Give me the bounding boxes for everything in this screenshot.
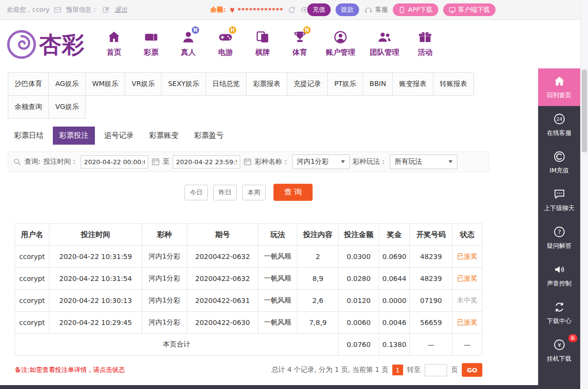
tab-3[interactable]: WM娱乐 [85, 72, 125, 96]
table-cell: 2020-04-22 10:31:59 [49, 246, 142, 268]
refresh-icon[interactable] [288, 6, 296, 14]
chat-icon [553, 188, 566, 201]
logo[interactable]: 杏彩 [6, 29, 84, 60]
column-header: 投注金额 [339, 224, 379, 246]
tab-6[interactable]: 日结总览 [205, 72, 247, 96]
tab-12[interactable]: 转账报表 [433, 72, 474, 96]
lottery-name-select[interactable]: 河内1分彩 [292, 154, 350, 169]
chevron-down-icon [341, 160, 345, 163]
subtab-3[interactable]: 追号记录 [98, 127, 140, 145]
play-type-select[interactable]: 所有玩法 [390, 154, 457, 169]
nav-item-boards[interactable]: 棋牌 [251, 30, 274, 57]
table-cell: 2020-04-22 10:29:45 [49, 312, 142, 334]
quick-filter-row: 今日昨日本周查 询 [8, 184, 489, 201]
subtab-4[interactable]: 彩票账变 [143, 127, 185, 145]
nav-badge: N [303, 26, 311, 34]
current-page-button[interactable]: 1 [392, 365, 403, 375]
tab-2[interactable]: AG娱乐 [48, 72, 86, 96]
subtab-2[interactable]: 彩票投注 [53, 127, 95, 145]
sidebar-item-question[interactable]: ?疑问解答 [538, 219, 580, 257]
site-header: 杏彩 首页彩票N真人H电游棋牌N体育账户管理团队管理活动 [0, 20, 580, 72]
start-time-input[interactable] [81, 155, 148, 169]
main-content: 沙巴体育AG娱乐WM娱乐VR娱乐SEXY娱乐日结总览彩票报表充提记录PT娱乐BB… [8, 72, 489, 377]
nav-item-gift[interactable]: 活动 [414, 30, 436, 57]
nav-item-ticket[interactable]: 彩票 [140, 30, 162, 57]
tab-8[interactable]: 充提记录 [287, 72, 328, 96]
tab-4[interactable]: VR娱乐 [125, 72, 161, 96]
main-nav: 首页彩票N真人H电游棋牌N体育账户管理团队管理活动 [103, 30, 436, 57]
tab-14[interactable]: VG娱乐 [48, 95, 86, 119]
query-label: 查询: [24, 157, 41, 166]
sidebar-item-chat[interactable]: 上下级聊天 [538, 181, 580, 219]
sidebar-item-speaker[interactable]: 声音控制 [538, 257, 580, 294]
nav-item-account[interactable]: 账户管理 [326, 30, 355, 57]
logout-link[interactable]: 退出 [114, 5, 127, 14]
column-header: 投注内容 [297, 224, 339, 246]
client-download-button[interactable]: 客户端下载 [443, 3, 496, 16]
quick-btn-3[interactable]: 本周 [242, 185, 266, 200]
floating-sidebar: 回到首页24在线客服IM充值上下级聊天?疑问解答声音控制下载中心¥新挂机下载 [538, 68, 580, 385]
nav-label: 首页 [107, 48, 121, 57]
status-cell[interactable]: 已派奖 [452, 246, 482, 268]
bottom-bar [0, 385, 580, 389]
tab-7[interactable]: 彩票报表 [246, 72, 287, 96]
tab-13[interactable]: 余额查询 [8, 95, 49, 119]
status-cell[interactable]: 已派奖 [452, 268, 482, 290]
sidebar-item-yen[interactable]: ¥新挂机下载 [538, 332, 580, 369]
sidebar-item-home-solid[interactable]: 回到首页 [538, 68, 580, 106]
table-row: ccorypt2020-04-22 10:29:45河内1分彩20200422-… [15, 312, 482, 334]
to-label: 至 [163, 157, 170, 166]
sidebar-item-loop[interactable]: 下载中心 [538, 294, 580, 332]
tab-11[interactable]: 账变报表 [392, 72, 433, 96]
nav-item-person[interactable]: N真人 [177, 30, 200, 57]
quick-btn-2[interactable]: 昨日 [213, 185, 237, 200]
nav-item-trophy[interactable]: N体育 [289, 30, 311, 57]
question-icon: ? [553, 225, 566, 238]
recharge-button[interactable]: 充值 [307, 3, 331, 16]
app-download-label: APP下载 [408, 5, 433, 14]
search-button[interactable]: 查 询 [273, 184, 313, 201]
nav-label: 真人 [181, 48, 196, 57]
table-cell: 0.0644 [379, 268, 410, 290]
tab-5[interactable]: SEXY娱乐 [161, 72, 206, 96]
go-button[interactable]: GO [462, 363, 482, 377]
tab-1[interactable]: 沙巴体育 [8, 72, 49, 96]
end-time-input[interactable] [173, 155, 240, 169]
sidebar-label: 挂机下载 [547, 355, 571, 363]
status-cell[interactable]: 未中奖 [452, 290, 482, 312]
table-cell: 2 [297, 246, 339, 268]
table-cell: 2020-04-22 10:30:13 [49, 290, 142, 312]
table-cell: 河内1分彩 [142, 312, 187, 334]
sidebar-item-service24[interactable]: 24在线客服 [538, 106, 580, 144]
subtab-1[interactable]: 彩票日结 [8, 127, 50, 145]
sidebar-item-im-c[interactable]: IM充值 [538, 144, 580, 181]
withdraw-button[interactable]: 提款 [336, 3, 359, 16]
speaker-icon [553, 263, 566, 276]
quick-btn-1[interactable]: 今日 [184, 185, 208, 200]
account-icon [333, 30, 348, 44]
app-download-button[interactable]: APP下载 [393, 3, 438, 16]
calendar-icon[interactable] [243, 157, 252, 166]
customer-service-button[interactable]: 客服 [364, 5, 388, 14]
tab-9[interactable]: PT娱乐 [327, 72, 363, 96]
table-cell: 0.0046 [379, 312, 410, 334]
status-cell[interactable]: 已派奖 [452, 312, 482, 334]
table-cell: 河内1分彩 [142, 290, 187, 312]
summary-cell: 0.0760 [339, 334, 379, 356]
table-cell: 0.0000 [379, 290, 410, 312]
nav-item-gamepad[interactable]: H电游 [214, 30, 237, 57]
sidebar-label: 声音控制 [547, 280, 571, 288]
logo-text: 杏彩 [39, 33, 84, 56]
nav-item-team[interactable]: 团队管理 [370, 30, 399, 57]
recharge-label: 充值 [313, 5, 325, 14]
tab-10[interactable]: BBIN [362, 72, 393, 96]
scrollbar[interactable] [580, 0, 588, 389]
subtab-5[interactable]: 彩票盈亏 [188, 127, 230, 145]
edit-icon[interactable] [102, 6, 110, 14]
table-cell: 0.0690 [379, 246, 410, 268]
calendar-icon[interactable] [151, 157, 160, 166]
mail-icon[interactable] [54, 6, 62, 14]
goto-page-input[interactable] [425, 364, 447, 376]
nav-item-home[interactable]: 首页 [103, 30, 125, 57]
scrollbar-thumb[interactable] [582, 69, 587, 152]
